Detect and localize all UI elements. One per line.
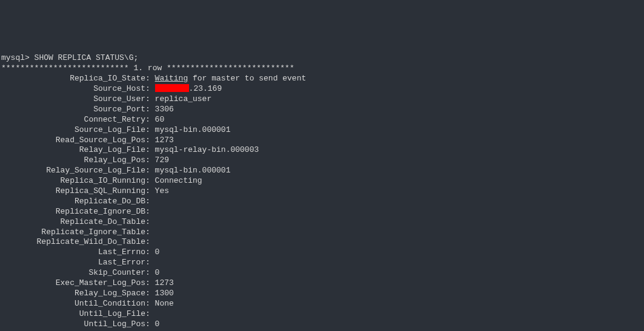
colon: : bbox=[145, 217, 155, 226]
field-row: Last_Errno: 0 bbox=[1, 247, 643, 258]
field-value: mysql-relay-bin.000003 bbox=[155, 145, 259, 154]
colon: : bbox=[145, 84, 155, 93]
colon: : bbox=[145, 289, 155, 298]
colon: : bbox=[145, 115, 155, 124]
field-value: Yes bbox=[155, 186, 169, 195]
field-label: Replica_SQL_Running bbox=[1, 186, 145, 197]
colon: : bbox=[145, 186, 155, 195]
field-label: Until_Condition bbox=[1, 299, 145, 309]
colon: : bbox=[145, 94, 155, 103]
field-label: Source_Host bbox=[1, 84, 145, 94]
field-row: Relay_Log_Space: 1300 bbox=[1, 289, 643, 299]
field-value: 729 bbox=[155, 156, 169, 165]
field-value: replica_user bbox=[155, 94, 212, 103]
colon: : bbox=[145, 166, 155, 175]
colon: : bbox=[145, 268, 155, 277]
field-value: None bbox=[155, 299, 174, 308]
field-label: Source_Log_File bbox=[1, 125, 145, 136]
field-label: Skip_Counter bbox=[1, 268, 145, 278]
field-label: Last_Error bbox=[1, 258, 145, 268]
field-label: Replicate_Ignore_Table bbox=[1, 228, 145, 238]
field-value: 3306 bbox=[155, 105, 174, 114]
field-label: Until_Log_Pos bbox=[1, 320, 145, 330]
field-value: 1273 bbox=[155, 278, 174, 287]
colon: : bbox=[145, 228, 155, 237]
mysql-prompt: mysql> SHOW REPLICA STATUS\G; bbox=[1, 53, 138, 62]
field-label: Source_Port bbox=[1, 105, 145, 115]
field-label: Relay_Source_Log_File bbox=[1, 166, 145, 176]
field-row: Until_Log_File: bbox=[1, 309, 643, 320]
field-label: Read_Source_Log_Pos bbox=[1, 136, 145, 146]
field-label: Replicate_Ignore_DB bbox=[1, 207, 145, 217]
colon: : bbox=[145, 156, 155, 165]
field-value: Waiting bbox=[155, 74, 188, 83]
field-row: Replicate_Do_Table: bbox=[1, 217, 643, 228]
colon: : bbox=[145, 74, 155, 83]
field-label: Replica_IO_Running bbox=[1, 176, 145, 186]
field-row: Until_Condition: None bbox=[1, 299, 643, 309]
colon: : bbox=[145, 176, 155, 185]
field-label: Replicate_Wild_Do_Table bbox=[1, 237, 145, 247]
field-value: for master to send event bbox=[188, 74, 306, 83]
field-row: Connect_Retry: 60 bbox=[1, 115, 643, 125]
field-row: Read_Source_Log_Pos: 1273 bbox=[1, 136, 643, 146]
field-row: Replica_SQL_Running: Yes bbox=[1, 186, 643, 197]
field-label: Replica_IO_State bbox=[1, 74, 145, 84]
field-row: Exec_Master_Log_Pos: 1273 bbox=[1, 278, 643, 289]
field-label: Exec_Master_Log_Pos bbox=[1, 278, 145, 289]
status-fields: Replica_IO_State: Waiting for master to … bbox=[1, 74, 643, 331]
colon: : bbox=[145, 197, 155, 206]
field-row: Relay_Source_Log_File: mysql-bin.000001 bbox=[1, 166, 643, 176]
field-value: 1273 bbox=[155, 136, 174, 145]
colon: : bbox=[145, 299, 155, 308]
field-label: Source_User bbox=[1, 94, 145, 105]
colon: : bbox=[145, 247, 155, 257]
field-row: Source_Port: 3306 bbox=[1, 105, 643, 115]
field-row: Replica_IO_Running: Connecting bbox=[1, 176, 643, 186]
row-separator: *************************** 1. row *****… bbox=[1, 64, 294, 73]
field-value: mysql-bin.000001 bbox=[155, 166, 231, 175]
colon: : bbox=[145, 145, 155, 154]
field-row: Replicate_Ignore_DB: bbox=[1, 207, 643, 217]
field-value: 0 bbox=[155, 320, 160, 329]
field-row: Skip_Counter: 0 bbox=[1, 268, 643, 278]
colon: : bbox=[145, 278, 155, 287]
field-value: Connecting bbox=[155, 176, 202, 185]
colon: : bbox=[145, 320, 155, 329]
field-row: Replicate_Ignore_Table: bbox=[1, 228, 643, 238]
colon: : bbox=[145, 237, 155, 246]
field-label: Relay_Log_Space bbox=[1, 289, 145, 299]
field-label: Last_Errno bbox=[1, 247, 145, 258]
field-row: Replicate_Do_DB: bbox=[1, 197, 643, 207]
field-row: Source_Host: .23.169 bbox=[1, 84, 643, 94]
field-label: Relay_Log_Pos bbox=[1, 156, 145, 166]
field-value: mysql-bin.000001 bbox=[155, 125, 231, 134]
field-value: 1300 bbox=[155, 289, 174, 298]
colon: : bbox=[145, 105, 155, 114]
colon: : bbox=[145, 309, 155, 318]
field-label: Relay_Log_File bbox=[1, 145, 145, 156]
colon: : bbox=[145, 258, 155, 267]
field-value: .23.169 bbox=[189, 84, 222, 93]
field-value: 0 bbox=[155, 268, 160, 277]
field-row: Source_Log_File: mysql-bin.000001 bbox=[1, 125, 643, 136]
field-row: Relay_Log_Pos: 729 bbox=[1, 156, 643, 166]
colon: : bbox=[145, 207, 155, 216]
terminal-output: mysql> SHOW REPLICA STATUS\G; **********… bbox=[1, 44, 643, 331]
field-row: Replica_IO_State: Waiting for master to … bbox=[1, 74, 643, 84]
field-label: Replicate_Do_Table bbox=[1, 217, 145, 228]
field-label: Replicate_Do_DB bbox=[1, 197, 145, 207]
field-row: Source_User: replica_user bbox=[1, 94, 643, 105]
colon: : bbox=[145, 136, 155, 145]
field-label: Until_Log_File bbox=[1, 309, 145, 320]
redacted-block bbox=[155, 84, 189, 92]
field-row: Last_Error: bbox=[1, 258, 643, 268]
field-row: Until_Log_Pos: 0 bbox=[1, 320, 643, 330]
field-row: Relay_Log_File: mysql-relay-bin.000003 bbox=[1, 145, 643, 156]
colon: : bbox=[145, 125, 155, 134]
field-value: 0 bbox=[155, 247, 160, 257]
field-row: Replicate_Wild_Do_Table: bbox=[1, 237, 643, 247]
field-value: 60 bbox=[155, 115, 165, 124]
field-label: Connect_Retry bbox=[1, 115, 145, 125]
